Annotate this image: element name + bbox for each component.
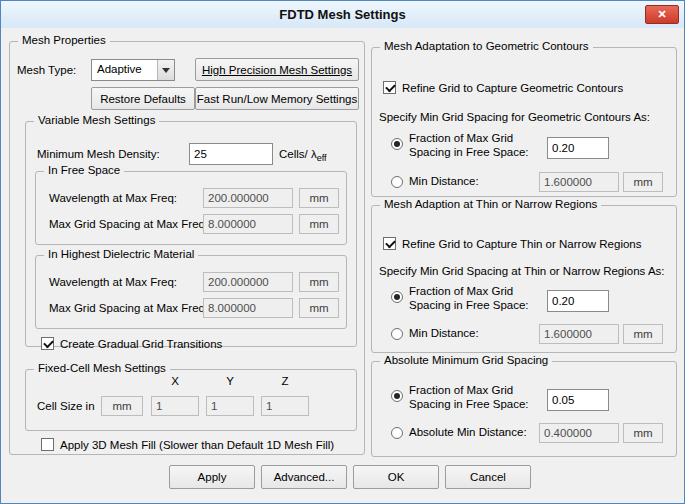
geometric-contours-title: Mesh Adaptation to Geometric Contours: [380, 40, 593, 52]
column-header-y: Y: [206, 375, 254, 387]
window-title: FDTD Mesh Settings: [1, 1, 684, 28]
cells-per-lambda-label: Cells/ λeff: [279, 148, 327, 163]
fs-wavelength-field: [203, 188, 293, 208]
advanced-button[interactable]: Advanced...: [261, 465, 347, 489]
thin-regions-title: Mesh Adaption at Thin or Narrow Regions: [380, 198, 601, 210]
cell-size-unit: mm: [101, 396, 143, 416]
create-gradual-grid-transitions-label[interactable]: Create Gradual Grid Transitions: [60, 338, 222, 350]
absolute-min-distance-label[interactable]: Absolute Min Distance:: [409, 426, 527, 438]
refine-thin-regions-label[interactable]: Refine Grid to Capture Thin or Narrow Re…: [402, 238, 641, 250]
absolute-min-grid-spacing-title: Absolute Minimum Grid Spacing: [380, 354, 552, 366]
create-gradual-grid-transitions-checkbox[interactable]: [41, 337, 54, 350]
apply-3d-mesh-fill-checkbox[interactable]: [41, 438, 54, 451]
geometric-min-distance-unit: mm: [623, 172, 663, 192]
thin-specify-label: Specify Min Grid Spacing at Thin or Narr…: [379, 265, 665, 277]
fs-wavelength-label: Wavelength at Max Freq:: [49, 192, 177, 204]
thin-min-distance-label[interactable]: Min Distance:: [409, 327, 479, 339]
mesh-type-value: Adaptive: [97, 63, 142, 75]
absolute-fraction-input[interactable]: [547, 389, 609, 411]
fdtd-mesh-settings-dialog: FDTD Mesh Settings ✕ Mesh Properties Mes…: [0, 0, 685, 504]
minimum-mesh-density-label: Minimum Mesh Density:: [37, 148, 160, 160]
thin-fraction-input[interactable]: [547, 290, 609, 312]
absolute-min-distance-radio[interactable]: [391, 427, 403, 439]
absolute-min-distance-unit: mm: [623, 423, 663, 443]
thin-fraction-radio[interactable]: [391, 291, 403, 303]
title-bar: FDTD Mesh Settings: [1, 1, 684, 28]
geometric-min-distance-label[interactable]: Min Distance:: [409, 175, 479, 187]
in-free-space-title: In Free Space: [44, 164, 124, 176]
high-precision-mesh-settings-button[interactable]: High Precision Mesh Settings: [195, 58, 359, 81]
di-max-grid-spacing-field: [203, 298, 293, 318]
refine-geometric-contours-label[interactable]: Refine Grid to Capture Geometric Contour…: [402, 82, 623, 94]
geometric-fraction-radio[interactable]: [391, 138, 403, 150]
minimum-mesh-density-input[interactable]: [189, 143, 273, 165]
cell-size-x-input: [151, 396, 199, 416]
cells-per-lambda-prefix: Cells/ λ: [279, 148, 317, 160]
apply-3d-mesh-fill-label[interactable]: Apply 3D Mesh Fill (Slower than Default …: [60, 439, 334, 451]
mesh-type-label: Mesh Type:: [17, 64, 76, 76]
thin-min-distance-radio[interactable]: [391, 328, 403, 340]
restore-defaults-button[interactable]: Restore Defaults: [91, 87, 195, 110]
ok-button[interactable]: OK: [353, 465, 439, 489]
cells-per-lambda-sub: eff: [317, 153, 327, 163]
cell-size-y-input: [206, 396, 254, 416]
column-header-x: X: [151, 375, 199, 387]
chevron-down-icon: [157, 60, 174, 80]
absolute-min-distance-field: [539, 423, 619, 443]
di-max-grid-spacing-unit: mm: [299, 298, 339, 318]
in-highest-dielectric-title: In Highest Dielectric Material: [44, 248, 198, 260]
geometric-min-distance-radio[interactable]: [391, 176, 403, 188]
cell-size-z-input: [261, 396, 309, 416]
thin-min-distance-unit: mm: [623, 324, 663, 344]
fast-run-low-memory-button[interactable]: Fast Run/Low Memory Settings: [195, 87, 359, 110]
geometric-fraction-input[interactable]: [547, 137, 609, 159]
apply-button[interactable]: Apply: [169, 465, 255, 489]
fs-max-grid-spacing-label: Max Grid Spacing at Max Freq:: [49, 218, 208, 230]
cell-size-in-label: Cell Size in: [37, 400, 95, 412]
di-wavelength-label: Wavelength at Max Freq:: [49, 276, 177, 288]
close-icon: ✕: [657, 8, 666, 21]
fs-wavelength-unit: mm: [299, 188, 339, 208]
column-header-z: Z: [261, 375, 309, 387]
absolute-fraction-radio[interactable]: [391, 390, 403, 402]
geometric-fraction-label[interactable]: Fraction of Max Grid Spacing in Free Spa…: [409, 131, 551, 159]
di-wavelength-field: [203, 272, 293, 292]
close-button[interactable]: ✕: [645, 5, 679, 24]
geometric-specify-label: Specify Min Grid Spacing for Geometric C…: [379, 111, 650, 123]
mesh-type-dropdown[interactable]: Adaptive: [91, 59, 175, 81]
mesh-properties-title: Mesh Properties: [18, 34, 110, 46]
di-max-grid-spacing-label: Max Grid Spacing at Max Freq:: [49, 302, 208, 314]
di-wavelength-unit: mm: [299, 272, 339, 292]
thin-fraction-label[interactable]: Fraction of Max Grid Spacing in Free Spa…: [409, 284, 551, 312]
absolute-fraction-label[interactable]: Fraction of Max Grid Spacing in Free Spa…: [409, 383, 551, 411]
fs-max-grid-spacing-field: [203, 214, 293, 234]
thin-min-distance-field: [539, 324, 619, 344]
refine-thin-regions-checkbox[interactable]: [383, 237, 396, 250]
variable-mesh-settings-title: Variable Mesh Settings: [34, 114, 159, 126]
cancel-button[interactable]: Cancel: [445, 465, 531, 489]
fs-max-grid-spacing-unit: mm: [299, 214, 339, 234]
fixed-cell-mesh-settings-title: Fixed-Cell Mesh Settings: [34, 362, 170, 374]
geometric-min-distance-field: [539, 172, 619, 192]
refine-geometric-contours-checkbox[interactable]: [383, 81, 396, 94]
